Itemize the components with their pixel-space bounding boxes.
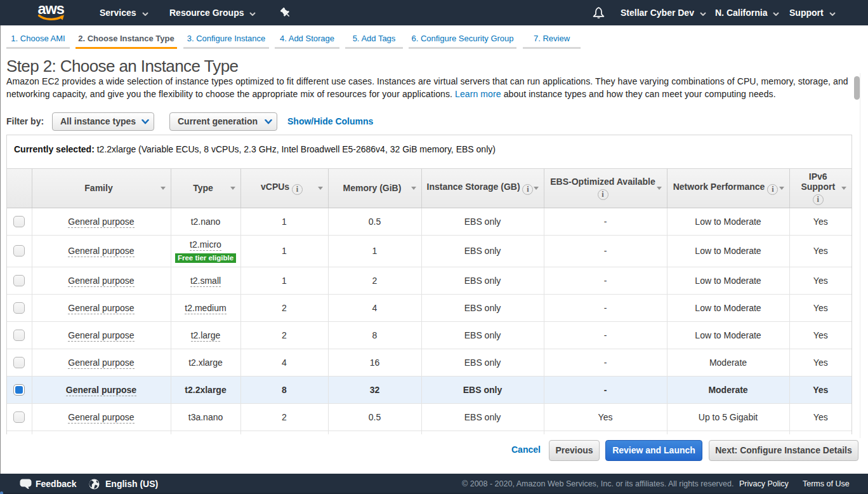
svg-text:aws: aws bbox=[38, 1, 65, 17]
